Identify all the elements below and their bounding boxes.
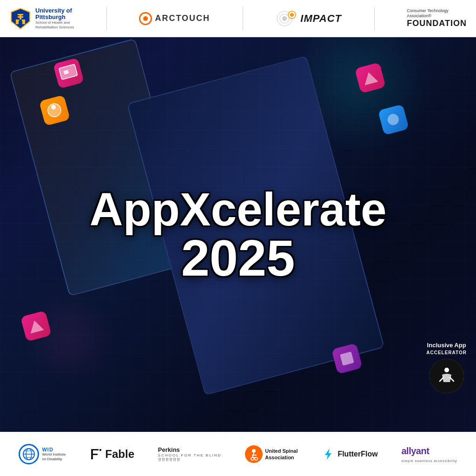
cta-foundation-text: FOUNDATION [407,19,467,28]
accelerator-inner [430,359,464,393]
perkins-text: Perkins SCHOOL FOR THE BLIND ⠿⠿⠿⠿⠿⠿ [158,446,222,463]
wid-text: WID World Institute on Disability [42,447,66,461]
header-divider-3 [374,7,375,30]
allyant-logo: allyant simple seamless accessibility [401,446,457,463]
pitt-shield-icon [9,7,32,30]
pitt-text: University of Pittsburgh School of Healt… [35,7,74,30]
svg-point-11 [290,13,294,17]
wid-logo: WID World Institute on Disability [19,444,66,464]
allyant-label: allyant [401,446,429,456]
accelerator-badge: Inclusive App ACCELERATOR [426,342,467,395]
impact-icon [275,9,298,28]
flutterflow-bolt-icon [321,447,335,461]
perkins-sub: SCHOOL FOR THE BLIND [158,453,222,457]
wid-globe-icon [21,446,37,462]
cta-top-text: Consumer Technology Association® [407,8,448,19]
arctouch-logo: ARCTOUCH [139,12,210,25]
footer-bar: WID World Institute on Disability Fable … [0,432,476,476]
svg-rect-6 [19,21,22,24]
allyant-sub: simple seamless accessibility [401,459,457,463]
svg-rect-4 [16,20,19,24]
wid-icon [19,444,39,464]
title-appxcelerate: AppXcelerate [0,186,476,232]
svg-rect-5 [22,20,25,24]
main-content: AppXcelerate 2025 Inclusive App ACCELERA… [0,37,476,432]
wid-abbr: WID [42,447,66,452]
svg-point-9 [282,16,287,21]
impact-logo: IMPACT [275,9,342,28]
accelerator-label-text: Inclusive App ACCELERATOR [426,342,467,356]
pitt-university-text: University of Pittsburgh [35,7,74,21]
flutterflow-icon [321,447,335,461]
fable-label: Fable [105,448,134,461]
header-divider-1 [106,7,107,30]
main-title: AppXcelerate 2025 [0,186,476,284]
pitt-school-text: School of Health andRehabilitation Scien… [35,20,74,29]
svg-rect-26 [99,449,101,451]
flutterflow-logo: FlutterFlow [321,447,377,461]
svg-line-20 [450,377,454,381]
united-spinal-text: United Spinal Association [265,448,298,461]
fable-logo: Fable [89,447,134,461]
accelerator-logo-circle [428,357,465,395]
wheelchair-icon [247,447,261,461]
svg-line-19 [440,377,443,381]
perkins-name: Perkins [158,446,180,453]
accelerator-person-icon [435,364,458,388]
flutterflow-label: FlutterFlow [337,450,377,458]
svg-point-27 [252,449,256,453]
header-divider-2 [243,7,243,30]
fable-icon [89,447,103,461]
cta-logo: Consumer Technology Association® FOUNDAT… [407,8,467,28]
impact-label: IMPACT [300,13,342,25]
perkins-braille-dots: ⠿⠿⠿⠿⠿⠿ [158,457,180,463]
svg-rect-3 [20,14,21,20]
perkins-logo: Perkins SCHOOL FOR THE BLIND ⠿⠿⠿⠿⠿⠿ [158,446,222,463]
united-spinal-logo: United Spinal Association [245,445,298,463]
arctouch-icon [139,12,152,25]
svg-point-18 [444,368,449,372]
page-wrapper: University of Pittsburgh School of Healt… [0,0,476,476]
pitt-logo: University of Pittsburgh School of Healt… [9,7,74,30]
title-year: 2025 [0,232,476,284]
wid-full-text: World Institute on Disability [42,452,66,461]
header-bar: University of Pittsburgh School of Healt… [0,0,476,37]
arctouch-label: ARCTOUCH [155,13,210,23]
fable-f-icon [89,447,103,461]
united-spinal-icon [245,445,263,463]
